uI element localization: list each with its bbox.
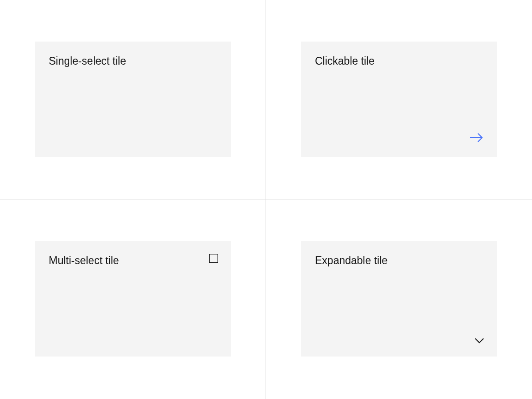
expandable-tile[interactable]: Expandable tile	[301, 241, 497, 357]
cell-single-select: Single-select tile	[0, 0, 266, 200]
arrow-right-icon	[469, 131, 484, 144]
tile-title: Multi-select tile	[49, 254, 217, 268]
tile-title: Clickable tile	[315, 54, 483, 68]
tile-variants-grid: Single-select tile Clickable tile Multi-…	[0, 0, 532, 399]
tile-title: Expandable tile	[315, 254, 483, 268]
multi-select-tile[interactable]: Multi-select tile	[35, 241, 231, 357]
cell-clickable: Clickable tile	[266, 0, 532, 200]
single-select-tile[interactable]: Single-select tile	[35, 42, 231, 157]
cell-expandable: Expandable tile	[266, 200, 532, 399]
chevron-down-icon[interactable]	[475, 338, 484, 344]
tile-title: Single-select tile	[49, 54, 217, 68]
cell-multi-select: Multi-select tile	[0, 200, 266, 399]
clickable-tile[interactable]: Clickable tile	[301, 42, 497, 157]
checkbox-unchecked-icon[interactable]	[209, 254, 218, 263]
